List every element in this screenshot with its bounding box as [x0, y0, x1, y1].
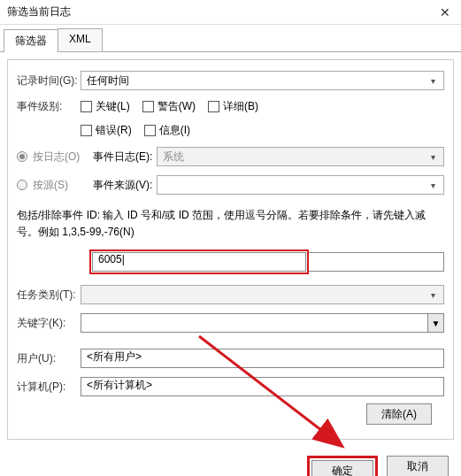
checkbox-critical-label: 关键(L) — [96, 99, 130, 114]
chevron-down-icon: ▾ — [426, 290, 440, 300]
chevron-down-icon: ▾ — [426, 180, 440, 190]
select-keywords[interactable]: ▼ — [81, 313, 444, 333]
label-event-source: 事件来源(V): — [93, 178, 157, 193]
label-computer: 计算机(P): — [17, 380, 81, 395]
checkbox-error-label: 错误(R) — [96, 123, 132, 138]
chevron-down-icon: ▾ — [426, 152, 440, 162]
cancel-button[interactable]: 取消 — [387, 456, 449, 476]
ok-button[interactable]: 确定 — [311, 460, 373, 476]
select-event-log: 系统 ▾ — [157, 147, 444, 166]
event-id-input-extra[interactable] — [309, 252, 444, 272]
checkbox-icon — [142, 101, 154, 112]
close-icon: ✕ — [440, 5, 450, 19]
label-event-level: 事件级别: — [17, 99, 81, 114]
window-title: 筛选当前日志 — [7, 4, 71, 19]
user-input[interactable]: <所有用户> — [81, 349, 444, 368]
select-event-log-value: 系统 — [163, 150, 184, 165]
user-input-value: <所有用户> — [87, 350, 142, 363]
checkbox-verbose[interactable]: 详细(B) — [208, 99, 258, 114]
checkbox-warning[interactable]: 警告(W) — [142, 99, 196, 114]
computer-input-value: <所有计算机> — [87, 379, 152, 391]
checkbox-error[interactable]: 错误(R) — [81, 123, 132, 138]
radio-by-source — [17, 180, 27, 190]
select-task-category: ▾ — [81, 285, 444, 304]
clear-button[interactable]: 清除(A) — [366, 403, 432, 425]
checkbox-warning-label: 警告(W) — [158, 99, 196, 114]
label-log-time: 记录时间(G): — [17, 73, 81, 88]
label-user: 用户(U): — [17, 351, 81, 366]
close-button[interactable]: ✕ — [429, 0, 461, 25]
label-by-log: 按日志(O) — [33, 150, 80, 165]
tab-xml[interactable]: XML — [58, 28, 103, 51]
help-text: 包括/排除事件 ID: 输入 ID 号和/或 ID 范围，使用逗号分隔。若要排除… — [17, 207, 444, 241]
tab-filter[interactable]: 筛选器 — [4, 29, 58, 52]
select-log-time-value: 任何时间 — [87, 73, 129, 88]
select-log-time[interactable]: 任何时间 ▾ — [81, 71, 444, 90]
chevron-down-icon: ▾ — [426, 76, 440, 86]
checkbox-icon — [144, 125, 156, 136]
label-task-category: 任务类别(T): — [17, 288, 81, 303]
checkbox-critical[interactable]: 关键(L) — [81, 99, 130, 114]
select-event-source[interactable]: ▾ — [157, 175, 444, 195]
checkbox-icon — [81, 125, 92, 136]
checkbox-icon — [208, 101, 219, 112]
checkbox-info-label: 信息(I) — [159, 123, 190, 138]
caret-icon: | — [122, 253, 125, 265]
chevron-down-icon: ▼ — [427, 314, 443, 332]
label-keywords: 关键字(K): — [17, 316, 81, 331]
computer-input[interactable]: <所有计算机> — [81, 377, 444, 396]
event-id-value: 6005 — [98, 253, 122, 265]
radio-by-log — [17, 151, 27, 162]
label-event-log: 事件日志(E): — [93, 150, 157, 165]
checkbox-icon — [81, 101, 92, 112]
event-id-input[interactable]: 6005| — [92, 252, 306, 272]
label-by-source: 按源(S) — [33, 178, 68, 193]
checkbox-info[interactable]: 信息(I) — [144, 123, 190, 138]
checkbox-verbose-label: 详细(B) — [223, 99, 258, 114]
